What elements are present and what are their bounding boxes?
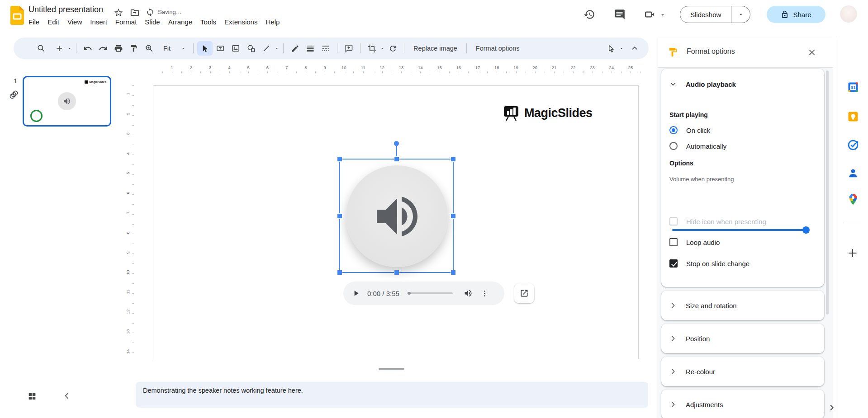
menu-item[interactable]: Extensions <box>220 16 261 28</box>
hide-menus-button[interactable] <box>627 41 642 56</box>
format-options-button[interactable]: Format options <box>470 42 525 55</box>
keep-icon[interactable] <box>847 110 859 123</box>
zoom-in-icon[interactable] <box>142 41 157 56</box>
checkbox-disabled-icon <box>669 217 678 225</box>
video-camera-icon[interactable] <box>644 9 656 20</box>
radio-icon <box>669 142 678 150</box>
notes-resize-handle[interactable] <box>379 368 404 370</box>
new-slide-button[interactable] <box>52 41 72 56</box>
input-tools-button[interactable] <box>603 41 624 56</box>
contacts-icon[interactable] <box>847 167 859 179</box>
menu-item[interactable]: File <box>24 16 43 28</box>
radio-automatically[interactable]: Automatically <box>669 142 726 150</box>
comment-icon[interactable] <box>614 9 626 20</box>
insert-image-icon[interactable] <box>228 41 243 56</box>
speaker-icon <box>370 189 424 244</box>
resize-handle-ne[interactable] <box>451 157 455 161</box>
player-progress-bar[interactable] <box>408 292 453 294</box>
main-toolbar: Fit Replace image Format options <box>14 38 649 59</box>
reset-image-icon[interactable] <box>385 41 400 56</box>
hide-side-panel-icon[interactable] <box>827 403 837 413</box>
collapse-filmstrip-icon[interactable] <box>62 391 73 402</box>
radio-on-click[interactable]: On click <box>669 126 710 134</box>
line-dash-icon[interactable] <box>318 41 333 56</box>
volume-icon[interactable] <box>464 289 473 298</box>
close-icon[interactable] <box>807 47 817 57</box>
panel-section-header[interactable]: Re-colour <box>661 357 824 386</box>
resize-handle-w[interactable] <box>337 214 342 218</box>
insert-line-button[interactable] <box>259 41 280 56</box>
menu-item[interactable]: Arrange <box>164 16 196 28</box>
undo-icon[interactable] <box>80 41 95 56</box>
get-addons-plus-icon[interactable] <box>847 247 859 260</box>
print-icon[interactable] <box>111 41 126 56</box>
chevron-right-icon <box>669 301 678 310</box>
volume-slider-thumb[interactable] <box>802 226 810 234</box>
line-weight-icon[interactable] <box>303 41 318 56</box>
dropdown-caret-icon <box>738 11 744 18</box>
insert-shape-icon[interactable] <box>243 41 259 56</box>
menu-item[interactable]: Slide <box>141 16 164 28</box>
menu-item[interactable]: Edit <box>43 16 63 28</box>
audio-selection-box[interactable] <box>339 159 454 273</box>
text-box-icon[interactable] <box>213 41 228 56</box>
rotation-handle[interactable] <box>394 141 399 146</box>
menu-item[interactable]: Format <box>111 16 141 28</box>
account-avatar[interactable] <box>840 5 857 23</box>
start-playing-label: Start playing <box>669 111 708 118</box>
history-icon[interactable] <box>583 9 595 20</box>
audio-object[interactable] <box>346 165 448 267</box>
brand-easel-icon <box>503 105 520 121</box>
panel-section-header[interactable]: Adjustments <box>661 390 824 418</box>
select-tool-button[interactable] <box>197 41 213 56</box>
resize-handle-se[interactable] <box>451 270 455 275</box>
speaker-notes[interactable]: Demonstrating the speaker notes working … <box>136 382 648 408</box>
add-comment-icon[interactable] <box>341 41 356 56</box>
slides-logo[interactable] <box>10 6 24 25</box>
zoom-select[interactable]: Fit <box>157 42 190 54</box>
volume-slider[interactable] <box>672 229 806 231</box>
menu-item[interactable]: Tools <box>196 16 220 28</box>
menu-item[interactable]: Help <box>261 16 284 28</box>
replace-image-button[interactable]: Replace image <box>408 42 463 55</box>
audio-playback-section-header[interactable]: Audio playback <box>669 80 736 89</box>
panel-section-header[interactable]: Size and rotation <box>661 291 824 320</box>
volume-label: Volume when presenting <box>669 176 734 183</box>
chevron-right-icon <box>669 367 678 376</box>
slideshow-options-caret[interactable] <box>731 6 750 23</box>
redo-icon[interactable] <box>95 41 111 56</box>
pen-icon[interactable] <box>287 41 303 56</box>
slide-brand-logo[interactable]: MagicSlides <box>503 105 593 121</box>
dropdown-caret-icon <box>180 46 186 51</box>
crop-button[interactable] <box>364 41 385 56</box>
open-in-new-icon <box>520 289 529 298</box>
resize-handle-e[interactable] <box>451 214 455 218</box>
separator <box>193 43 194 53</box>
checkbox-loop-audio[interactable]: Loop audio <box>669 238 720 246</box>
grid-view-icon[interactable] <box>27 391 38 402</box>
slideshow-button[interactable]: Slideshow <box>680 6 731 23</box>
panel-section-header[interactable]: Position <box>661 324 824 353</box>
maps-icon[interactable] <box>847 193 859 206</box>
checkbox-stop-on-slide-change[interactable]: Stop on slide change <box>669 259 749 268</box>
paint-format-icon[interactable] <box>126 41 142 56</box>
panel-scrollbar[interactable] <box>826 70 829 315</box>
slide-canvas[interactable]: MagicSlides 0:00 / 3:55 <box>153 85 639 359</box>
menu-item[interactable]: Insert <box>86 16 111 28</box>
search-icon[interactable] <box>33 41 49 56</box>
open-in-new-button[interactable] <box>514 283 534 303</box>
calendar-icon[interactable]: 31 <box>847 81 859 94</box>
chevron-down-icon[interactable] <box>659 12 671 23</box>
document-title[interactable]: Untitled presentation <box>28 5 103 14</box>
resize-handle-s[interactable] <box>394 270 399 275</box>
more-vertical-icon[interactable] <box>480 289 489 298</box>
play-icon[interactable] <box>351 289 360 298</box>
tasks-icon[interactable] <box>847 139 859 151</box>
resize-handle-nw[interactable] <box>337 157 342 161</box>
slide-thumbnail[interactable]: MagicSlides <box>23 76 111 127</box>
resize-handle-n[interactable] <box>394 157 399 161</box>
share-button[interactable]: Share <box>767 6 825 23</box>
audio-playback-card: Audio playback Start playing On click Au… <box>661 69 824 287</box>
resize-handle-sw[interactable] <box>337 270 342 275</box>
menu-item[interactable]: View <box>63 16 86 28</box>
